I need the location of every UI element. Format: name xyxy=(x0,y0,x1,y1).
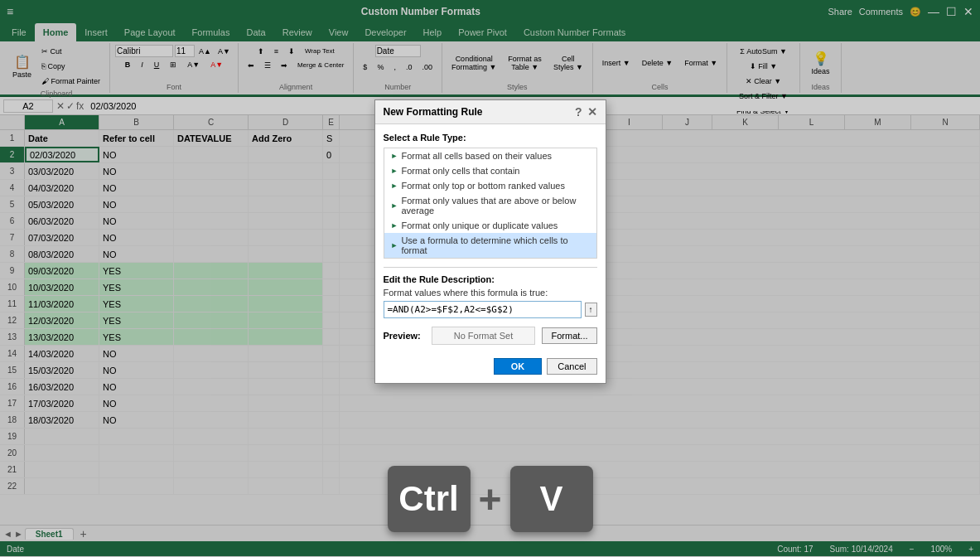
rule-arrow-icon-3: ► xyxy=(391,182,398,190)
edit-rule-section: Edit the Rule Description: Format values… xyxy=(384,267,597,345)
rule-type-above-below-label: Format only values that are above or bel… xyxy=(401,196,589,216)
rule-type-top-bottom-label: Format only top or bottom ranked values xyxy=(401,181,564,191)
dialog-body: Select a Rule Type: ► Format all cells b… xyxy=(375,124,606,353)
rule-type-unique-duplicate[interactable]: ► Format only unique or duplicate values xyxy=(384,218,596,233)
dialog-help-icon[interactable]: ? xyxy=(575,105,582,119)
dialog-close-icon[interactable]: ✕ xyxy=(587,105,597,119)
preview-label: Preview: xyxy=(384,331,425,341)
rule-arrow-icon-4: ► xyxy=(391,201,398,210)
plus-sign: + xyxy=(478,477,501,522)
v-key: V xyxy=(510,466,593,532)
rule-type-list: ► Format all cells based on their values… xyxy=(384,148,597,259)
rule-type-formula[interactable]: ► Use a formula to determine which cells… xyxy=(384,233,596,258)
dialog-title: New Formatting Rule xyxy=(384,106,483,118)
rule-type-formula-label: Use a formula to determine which cells t… xyxy=(401,235,589,255)
rule-type-only-contain-label: Format only cells that contain xyxy=(401,166,519,176)
rule-type-top-bottom[interactable]: ► Format only top or bottom ranked value… xyxy=(384,178,596,193)
dialog-title-bar: New Formatting Rule ? ✕ xyxy=(375,100,606,124)
rule-arrow-icon-6: ► xyxy=(391,241,398,249)
format-button[interactable]: Format... xyxy=(542,327,596,344)
rule-arrow-icon-2: ► xyxy=(391,167,398,175)
ok-button[interactable]: OK xyxy=(494,358,543,375)
rule-type-unique-duplicate-label: Format only unique or duplicate values xyxy=(401,220,558,230)
select-rule-type-label: Select a Rule Type: xyxy=(384,133,597,143)
rule-type-all-cells[interactable]: ► Format all cells based on their values xyxy=(384,148,596,163)
dialog-footer: OK Cancel xyxy=(375,353,606,383)
rule-type-above-below[interactable]: ► Format only values that are above or b… xyxy=(384,193,596,218)
formula-field[interactable] xyxy=(384,301,582,318)
new-formatting-rule-dialog: New Formatting Rule ? ✕ Select a Rule Ty… xyxy=(374,99,606,384)
rule-arrow-icon-5: ► xyxy=(391,221,398,230)
rule-type-only-contain[interactable]: ► Format only cells that contain xyxy=(384,163,596,178)
formula-label: Format values where this formula is true… xyxy=(384,288,597,298)
ctrl-v-overlay: Ctrl + V xyxy=(387,466,592,532)
preview-box: No Format Set xyxy=(432,327,536,345)
preview-row: Preview: No Format Set Format... xyxy=(384,327,597,345)
formula-expand-button[interactable]: ↑ xyxy=(585,303,597,317)
cancel-button[interactable]: Cancel xyxy=(547,358,596,375)
rule-type-all-cells-label: Format all cells based on their values xyxy=(401,151,552,161)
formula-row: ↑ xyxy=(384,301,597,318)
rule-arrow-icon: ► xyxy=(391,152,398,160)
dialog-title-icons: ? ✕ xyxy=(575,105,597,119)
edit-rule-label: Edit the Rule Description: xyxy=(384,267,597,284)
ctrl-key: Ctrl xyxy=(387,466,470,532)
